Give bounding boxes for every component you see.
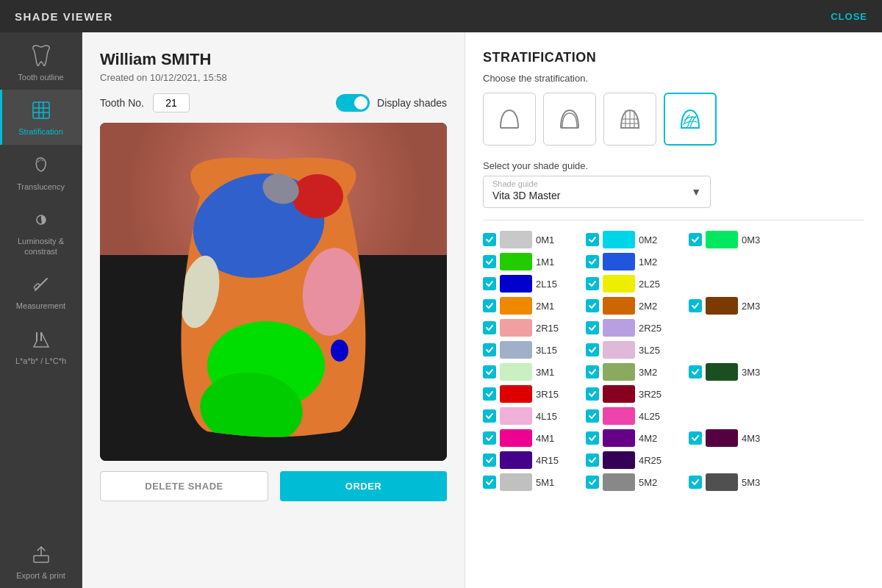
strat-option-4[interactable] [664, 93, 717, 146]
shade-checkbox[interactable] [689, 233, 702, 246]
sidebar-item-export-label: Export & print [16, 570, 65, 581]
shade-swatch [603, 363, 635, 381]
shade-row: 3M13M23M3 [483, 363, 864, 381]
shade-checkbox[interactable] [483, 343, 496, 356]
shade-item: 3L15 [483, 341, 562, 359]
shade-checkbox[interactable] [586, 387, 599, 401]
shade-row: 2L152L25 [483, 275, 864, 293]
shade-item: 4R25 [586, 451, 665, 469]
dropdown-arrow-icon: ▼ [691, 186, 701, 198]
shade-row: 5M15M25M3 [483, 473, 864, 491]
shade-checkbox[interactable] [689, 431, 702, 445]
shade-swatch [706, 297, 738, 315]
sidebar-item-luminosity[interactable]: Luminosity & constrast [0, 199, 82, 265]
shade-swatch [603, 473, 635, 491]
divider [483, 220, 864, 220]
shade-row: 3L153L25 [483, 341, 864, 359]
shade-swatch [500, 363, 532, 381]
shade-name-label: 0M3 [742, 234, 768, 245]
shade-checkbox[interactable] [586, 299, 599, 312]
shade-row: 0M10M20M3 [483, 231, 864, 248]
shade-row: 4M14M24M3 [483, 429, 864, 447]
strat-option-1[interactable] [483, 93, 536, 146]
shade-checkbox[interactable] [483, 476, 496, 489]
shade-name-label: 0M2 [639, 234, 665, 245]
shade-item: 3L25 [586, 341, 665, 359]
shade-grid: 0M10M20M31M11M22L152L252M12M22M32R152R25… [483, 231, 864, 491]
delete-shade-button[interactable]: DELETE SHADE [100, 471, 268, 501]
shade-checkbox[interactable] [483, 255, 496, 268]
shade-checkbox[interactable] [483, 431, 496, 445]
header: SHADE VIEWER CLOSE [0, 0, 882, 32]
shade-swatch [706, 429, 738, 447]
shade-swatch [500, 297, 532, 315]
shade-checkbox[interactable] [586, 321, 599, 334]
shade-checkbox[interactable] [483, 387, 496, 401]
shade-item: 2M3 [689, 297, 768, 315]
shade-swatch [603, 451, 635, 469]
shade-checkbox[interactable] [586, 409, 599, 423]
sidebar-item-measurement-label: Measurement [16, 301, 65, 311]
shade-name-label: 3R25 [639, 389, 665, 400]
shade-swatch [500, 253, 532, 270]
shade-checkbox[interactable] [483, 321, 496, 334]
shade-checkbox[interactable] [689, 476, 702, 489]
shade-name-label: 2M3 [742, 301, 768, 312]
shade-item: 3M1 [483, 363, 562, 381]
shade-checkbox[interactable] [586, 343, 599, 356]
shade-name-label: 5M2 [639, 477, 665, 488]
shade-checkbox[interactable] [586, 476, 599, 489]
shade-swatch [500, 341, 532, 359]
lab-icon [29, 328, 53, 351]
tooth-no-input[interactable] [153, 93, 190, 112]
sidebar-item-stratification-label: Stratification [18, 126, 63, 137]
shade-checkbox[interactable] [483, 277, 496, 290]
shade-name-label: 3M3 [742, 367, 768, 378]
sidebar-item-lab[interactable]: L*a*b* / L*C*h [0, 319, 82, 373]
shade-checkbox[interactable] [483, 233, 496, 246]
shade-item: 2M1 [483, 297, 562, 315]
shade-checkbox[interactable] [586, 453, 599, 467]
close-button[interactable]: CLOSE [831, 11, 867, 22]
tooth-canvas [100, 123, 447, 461]
shade-row: 2M12M22M3 [483, 297, 864, 315]
sidebar-item-stratification[interactable]: Stratification [0, 90, 82, 144]
shade-swatch [500, 319, 532, 337]
shade-item: 0M2 [586, 231, 665, 248]
order-button[interactable]: ORDER [280, 471, 447, 501]
shade-guide-select[interactable]: Shade guide Vita 3D Master ▼ [483, 176, 711, 208]
shade-swatch [706, 231, 738, 248]
strat-option-3[interactable] [603, 93, 656, 146]
shade-guide-value: Vita 3D Master [492, 190, 691, 201]
shade-checkbox[interactable] [586, 277, 599, 290]
shade-checkbox[interactable] [689, 365, 702, 379]
shade-name-label: 0M1 [536, 234, 562, 245]
shade-checkbox[interactable] [586, 233, 599, 246]
sidebar-item-translucency[interactable]: Translucency [0, 145, 82, 199]
strat-option-2[interactable] [543, 93, 596, 146]
shade-swatch [500, 429, 532, 447]
shade-swatch [603, 275, 635, 293]
export-icon [29, 542, 53, 566]
sidebar-item-export[interactable]: Export & print [0, 534, 82, 588]
shade-checkbox[interactable] [483, 409, 496, 423]
shade-item: 3R25 [586, 385, 665, 403]
tooth-row: Tooth No. Display shades [100, 93, 447, 112]
shade-checkbox[interactable] [483, 365, 496, 379]
shade-checkbox[interactable] [586, 431, 599, 445]
shade-name-label: 2L15 [536, 279, 562, 290]
sidebar-item-tooth-outline-label: Tooth outline [18, 72, 63, 82]
shade-checkbox[interactable] [483, 453, 496, 467]
shade-checkbox[interactable] [586, 365, 599, 379]
shade-checkbox[interactable] [689, 299, 702, 312]
shade-name-label: 3R15 [536, 389, 562, 400]
display-shades-toggle[interactable] [336, 94, 370, 112]
choose-stratification-label: Choose the stratification. [483, 73, 864, 84]
shade-item: 5M2 [586, 473, 665, 491]
sidebar-item-tooth-outline[interactable]: Tooth outline [0, 35, 82, 90]
shade-checkbox[interactable] [586, 255, 599, 268]
shade-item: 5M3 [689, 473, 768, 491]
shade-checkbox[interactable] [483, 299, 496, 312]
svg-rect-0 [33, 102, 49, 118]
sidebar-item-measurement[interactable]: Measurement [0, 264, 82, 318]
